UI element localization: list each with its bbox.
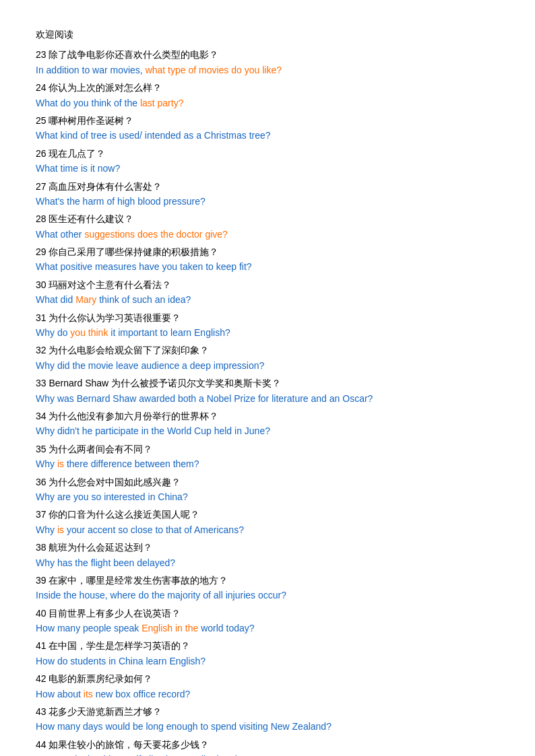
chinese-line: 35 为什么两者间会有不同？ (36, 442, 499, 456)
chinese-line: 43 花多少天游览新西兰才够？ (36, 704, 499, 719)
qa-item-6: 28 医生还有什么建议？What other suggestions does … (36, 211, 499, 242)
qa-item-9: 31 为什么你认为学习英语很重要？Why do you think it imp… (36, 310, 499, 341)
chinese-line: 29 你自己采用了哪些保持健康的积极措施？ (36, 244, 499, 259)
english-line: Why did the movie leave audience a deep … (36, 358, 499, 373)
english-line: Why are you so interested in China? (36, 489, 499, 504)
qa-item-4: 26 现在几点了？What time is it now? (36, 146, 499, 176)
chinese-line: 41 在中国，学生是怎样学习英语的？ (36, 638, 499, 653)
chinese-line: 32 为什么电影会给观众留下了深刻印象？ (36, 343, 499, 357)
english-line: How much should I pay if I live in a sma… (36, 752, 499, 756)
qa-item-13: 35 为什么两者间会有不同？Why is there difference be… (36, 442, 499, 472)
chinese-line: 30 玛丽对这个主意有什么看法？ (36, 277, 499, 292)
qa-item-14: 36 为什么您会对中国如此感兴趣？Why are you so interest… (36, 475, 499, 505)
chinese-line: 28 医生还有什么建议？ (36, 211, 499, 226)
chinese-line: 26 现在几点了？ (36, 146, 499, 161)
qa-item-21: 43 花多少天游览新西兰才够？How many days would be lo… (36, 704, 499, 734)
chinese-line: 25 哪种树用作圣诞树？ (36, 113, 499, 128)
qa-list: 23 除了战争电影你还喜欢什么类型的电影？In addition to war … (36, 47, 499, 756)
qa-item-5: 27 高血压对身体有什么害处？What's the harm of high b… (36, 179, 499, 209)
chinese-line: 39 在家中，哪里是经常发生伤害事故的地方？ (36, 573, 499, 588)
english-line: How about its new box office record? (36, 687, 499, 701)
english-line: What did Mary think of such an idea? (36, 292, 499, 307)
qa-item-10: 32 为什么电影会给观众留下了深刻印象？Why did the movie le… (36, 343, 499, 373)
chinese-line: 44 如果住较小的旅馆，每天要花多少钱？ (36, 737, 499, 752)
english-line: Why do you think it important to learn E… (36, 325, 499, 340)
english-line: What other suggestions does the doctor g… (36, 227, 499, 242)
english-line: What do you think of the last party? (36, 96, 499, 110)
english-line: Why is your accent so close to that of A… (36, 522, 499, 537)
chinese-line: 42 电影的新票房纪录如何？ (36, 671, 499, 686)
english-line: Inside the house, where do the majority … (36, 588, 499, 603)
qa-item-3: 25 哪种树用作圣诞树？What kind of tree is used/ i… (36, 113, 499, 143)
qa-item-22: 44 如果住较小的旅馆，每天要花多少钱？How much should I pa… (36, 737, 499, 756)
qa-item-16: 38 航班为什么会延迟达到？Why has the flight been de… (36, 540, 499, 570)
qa-item-8: 30 玛丽对这个主意有什么看法？What did Mary think of s… (36, 277, 499, 308)
english-line: What time is it now? (36, 161, 499, 176)
chinese-line: 31 为什么你认为学习英语很重要？ (36, 310, 499, 325)
english-line: Why was Bernard Shaw awarded both a Nobe… (36, 391, 499, 406)
english-line: What kind of tree is used/ intended as a… (36, 128, 499, 143)
english-line: Why is there difference between them? (36, 456, 499, 471)
english-line: How many people speak English in the wor… (36, 621, 499, 635)
qa-item-11: 33 Bernard Shaw 为什么被授予诺贝尔文学奖和奥斯卡奖？Why wa… (36, 376, 499, 406)
chinese-line: 24 你认为上次的派对怎么样？ (36, 80, 499, 95)
english-line: Why didn't he participate in the World C… (36, 423, 499, 438)
qa-item-17: 39 在家中，哪里是经常发生伤害事故的地方？Inside the house, … (36, 573, 499, 603)
chinese-line: 33 Bernard Shaw 为什么被授予诺贝尔文学奖和奥斯卡奖？ (36, 376, 499, 390)
english-line: What's the harm of high blood pressure? (36, 194, 499, 209)
qa-item-18: 40 目前世界上有多少人在说英语？How many people speak E… (36, 606, 499, 636)
qa-item-20: 42 电影的新票房纪录如何？How about its new box offi… (36, 671, 499, 701)
chinese-line: 40 目前世界上有多少人在说英语？ (36, 606, 499, 621)
qa-item-2: 24 你认为上次的派对怎么样？What do you think of the … (36, 80, 499, 110)
english-line: How do students in China learn English? (36, 654, 499, 668)
qa-item-15: 37 你的口音为什么这么接近美国人呢？Why is your accent so… (36, 507, 499, 537)
page-title: 欢迎阅读 (36, 27, 499, 42)
qa-item-12: 34 为什么他没有参加六月份举行的世界杯？Why didn't he parti… (36, 409, 499, 439)
english-line: How many days would be long enough to sp… (36, 719, 499, 734)
chinese-line: 38 航班为什么会延迟达到？ (36, 540, 499, 555)
chinese-line: 23 除了战争电影你还喜欢什么类型的电影？ (36, 47, 499, 62)
english-line: In addition to war movies, what type of … (36, 63, 499, 77)
english-line: Why has the flight been delayed? (36, 555, 499, 570)
qa-item-19: 41 在中国，学生是怎样学习英语的？How do students in Chi… (36, 638, 499, 668)
qa-item-7: 29 你自己采用了哪些保持健康的积极措施？What positive measu… (36, 244, 499, 275)
chinese-line: 36 为什么您会对中国如此感兴趣？ (36, 475, 499, 489)
qa-item-1: 23 除了战争电影你还喜欢什么类型的电影？In addition to war … (36, 47, 499, 77)
chinese-line: 27 高血压对身体有什么害处？ (36, 179, 499, 194)
chinese-line: 34 为什么他没有参加六月份举行的世界杯？ (36, 409, 499, 423)
chinese-line: 37 你的口音为什么这么接近美国人呢？ (36, 507, 499, 522)
english-line: What positive measures have you taken to… (36, 259, 499, 274)
